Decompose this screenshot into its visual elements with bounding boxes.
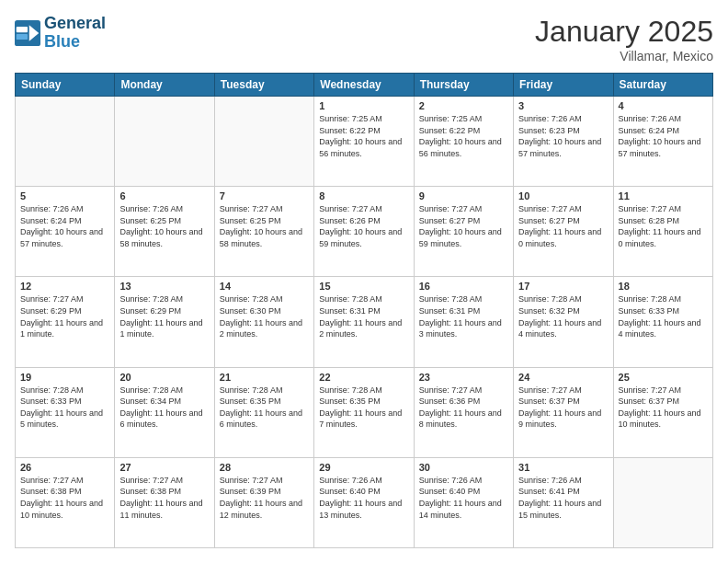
- day-cell: 3Sunrise: 7:26 AM Sunset: 6:23 PM Daylig…: [514, 97, 613, 187]
- day-cell: 17Sunrise: 7:28 AM Sunset: 6:32 PM Dayli…: [514, 277, 613, 367]
- weekday-header-monday: Monday: [115, 74, 214, 97]
- day-info: Sunrise: 7:27 AM Sunset: 6:37 PM Dayligh…: [619, 385, 708, 431]
- day-number: 21: [220, 372, 309, 383]
- day-number: 15: [319, 281, 408, 292]
- day-cell: 30Sunrise: 7:26 AM Sunset: 6:40 PM Dayli…: [414, 457, 513, 547]
- day-cell: 18Sunrise: 7:28 AM Sunset: 6:33 PM Dayli…: [613, 277, 712, 367]
- day-number: 13: [119, 281, 209, 292]
- day-number: 14: [220, 281, 309, 292]
- month-title: January 2025: [535, 15, 713, 49]
- svg-rect-3: [17, 34, 28, 40]
- day-info: Sunrise: 7:27 AM Sunset: 6:25 PM Dayligh…: [220, 203, 309, 249]
- day-cell: 16Sunrise: 7:28 AM Sunset: 6:31 PM Dayli…: [414, 277, 513, 367]
- day-info: Sunrise: 7:27 AM Sunset: 6:28 PM Dayligh…: [619, 203, 708, 249]
- day-info: Sunrise: 7:25 AM Sunset: 6:22 PM Dayligh…: [319, 113, 408, 159]
- svg-rect-2: [17, 27, 28, 32]
- day-info: Sunrise: 7:28 AM Sunset: 6:31 PM Dayligh…: [319, 293, 408, 339]
- day-info: Sunrise: 7:27 AM Sunset: 6:38 PM Dayligh…: [119, 475, 209, 521]
- day-cell: 19Sunrise: 7:28 AM Sunset: 6:33 PM Dayli…: [16, 367, 115, 457]
- day-info: Sunrise: 7:27 AM Sunset: 6:38 PM Dayligh…: [20, 475, 109, 521]
- day-cell: 26Sunrise: 7:27 AM Sunset: 6:38 PM Dayli…: [16, 457, 115, 547]
- day-cell: 10Sunrise: 7:27 AM Sunset: 6:27 PM Dayli…: [514, 187, 613, 277]
- calendar: SundayMondayTuesdayWednesdayThursdayFrid…: [15, 73, 713, 548]
- day-cell: 20Sunrise: 7:28 AM Sunset: 6:34 PM Dayli…: [115, 367, 214, 457]
- day-number: 17: [518, 281, 608, 292]
- day-info: Sunrise: 7:27 AM Sunset: 6:39 PM Dayligh…: [220, 475, 309, 521]
- location-subtitle: Villamar, Mexico: [535, 49, 713, 63]
- day-number: 29: [319, 462, 408, 473]
- day-number: 28: [220, 462, 309, 473]
- day-cell: 6Sunrise: 7:26 AM Sunset: 6:25 PM Daylig…: [115, 187, 214, 277]
- day-number: 7: [220, 190, 309, 201]
- day-cell: 23Sunrise: 7:27 AM Sunset: 6:36 PM Dayli…: [414, 367, 513, 457]
- day-info: Sunrise: 7:26 AM Sunset: 6:40 PM Dayligh…: [319, 475, 408, 521]
- day-info: Sunrise: 7:26 AM Sunset: 6:25 PM Dayligh…: [119, 203, 209, 249]
- logo-icon: [15, 20, 40, 46]
- day-info: Sunrise: 7:28 AM Sunset: 6:31 PM Dayligh…: [419, 293, 508, 339]
- day-cell: 31Sunrise: 7:26 AM Sunset: 6:41 PM Dayli…: [514, 457, 613, 547]
- day-number: 19: [20, 372, 109, 383]
- day-info: Sunrise: 7:26 AM Sunset: 6:41 PM Dayligh…: [518, 475, 608, 521]
- day-info: Sunrise: 7:28 AM Sunset: 6:32 PM Dayligh…: [518, 293, 608, 339]
- day-number: 25: [619, 372, 708, 383]
- day-cell: 24Sunrise: 7:27 AM Sunset: 6:37 PM Dayli…: [514, 367, 613, 457]
- day-cell: [214, 97, 313, 187]
- day-number: 23: [419, 372, 508, 383]
- day-cell: 15Sunrise: 7:28 AM Sunset: 6:31 PM Dayli…: [314, 277, 414, 367]
- day-cell: 11Sunrise: 7:27 AM Sunset: 6:28 PM Dayli…: [613, 187, 712, 277]
- day-number: 2: [419, 100, 508, 111]
- weekday-header-saturday: Saturday: [613, 74, 712, 97]
- week-row-2: 5Sunrise: 7:26 AM Sunset: 6:24 PM Daylig…: [16, 187, 713, 277]
- week-row-3: 12Sunrise: 7:27 AM Sunset: 6:29 PM Dayli…: [16, 277, 713, 367]
- logo-line2: Blue: [44, 32, 80, 51]
- day-cell: 25Sunrise: 7:27 AM Sunset: 6:37 PM Dayli…: [613, 367, 712, 457]
- day-info: Sunrise: 7:28 AM Sunset: 6:33 PM Dayligh…: [619, 293, 708, 339]
- weekday-header-friday: Friday: [514, 74, 613, 97]
- day-number: 24: [518, 372, 608, 383]
- day-cell: 5Sunrise: 7:26 AM Sunset: 6:24 PM Daylig…: [16, 187, 115, 277]
- weekday-header-wednesday: Wednesday: [314, 74, 414, 97]
- day-cell: 29Sunrise: 7:26 AM Sunset: 6:40 PM Dayli…: [314, 457, 414, 547]
- day-info: Sunrise: 7:27 AM Sunset: 6:27 PM Dayligh…: [518, 203, 608, 249]
- day-cell: [16, 97, 115, 187]
- day-number: 30: [419, 462, 508, 473]
- day-cell: 1Sunrise: 7:25 AM Sunset: 6:22 PM Daylig…: [314, 97, 414, 187]
- day-info: Sunrise: 7:26 AM Sunset: 6:23 PM Dayligh…: [518, 113, 608, 159]
- day-number: 26: [20, 462, 109, 473]
- title-block: January 2025 Villamar, Mexico: [535, 15, 713, 63]
- day-number: 8: [319, 190, 408, 201]
- day-cell: 9Sunrise: 7:27 AM Sunset: 6:27 PM Daylig…: [414, 187, 513, 277]
- day-info: Sunrise: 7:27 AM Sunset: 6:37 PM Dayligh…: [518, 385, 608, 431]
- day-number: 6: [119, 190, 209, 201]
- week-row-5: 26Sunrise: 7:27 AM Sunset: 6:38 PM Dayli…: [16, 457, 713, 547]
- day-cell: 8Sunrise: 7:27 AM Sunset: 6:26 PM Daylig…: [314, 187, 414, 277]
- day-number: 12: [20, 281, 109, 292]
- day-info: Sunrise: 7:27 AM Sunset: 6:26 PM Dayligh…: [319, 203, 408, 249]
- day-number: 22: [319, 372, 408, 383]
- week-row-1: 1Sunrise: 7:25 AM Sunset: 6:22 PM Daylig…: [16, 97, 713, 187]
- day-number: 20: [119, 372, 209, 383]
- header: General Blue January 2025 Villamar, Mexi…: [15, 15, 713, 63]
- weekday-header-sunday: Sunday: [16, 74, 115, 97]
- day-cell: [115, 97, 214, 187]
- day-info: Sunrise: 7:27 AM Sunset: 6:36 PM Dayligh…: [419, 385, 508, 431]
- day-number: 18: [619, 281, 708, 292]
- day-number: 4: [619, 100, 708, 111]
- day-info: Sunrise: 7:28 AM Sunset: 6:35 PM Dayligh…: [319, 385, 408, 431]
- day-info: Sunrise: 7:27 AM Sunset: 6:29 PM Dayligh…: [20, 293, 109, 339]
- day-cell: 13Sunrise: 7:28 AM Sunset: 6:29 PM Dayli…: [115, 277, 214, 367]
- page: General Blue January 2025 Villamar, Mexi…: [0, 0, 728, 563]
- weekday-header-row: SundayMondayTuesdayWednesdayThursdayFrid…: [16, 74, 713, 97]
- day-cell: 27Sunrise: 7:27 AM Sunset: 6:38 PM Dayli…: [115, 457, 214, 547]
- day-cell: 14Sunrise: 7:28 AM Sunset: 6:30 PM Dayli…: [214, 277, 313, 367]
- logo-text: General Blue: [44, 15, 106, 52]
- day-cell: 28Sunrise: 7:27 AM Sunset: 6:39 PM Dayli…: [214, 457, 313, 547]
- day-number: 31: [518, 462, 608, 473]
- day-cell: 7Sunrise: 7:27 AM Sunset: 6:25 PM Daylig…: [214, 187, 313, 277]
- logo-line1: General: [44, 15, 106, 33]
- day-number: 10: [518, 190, 608, 201]
- day-number: 1: [319, 100, 408, 111]
- day-info: Sunrise: 7:25 AM Sunset: 6:22 PM Dayligh…: [419, 113, 508, 159]
- weekday-header-thursday: Thursday: [414, 74, 513, 97]
- day-info: Sunrise: 7:27 AM Sunset: 6:27 PM Dayligh…: [419, 203, 508, 249]
